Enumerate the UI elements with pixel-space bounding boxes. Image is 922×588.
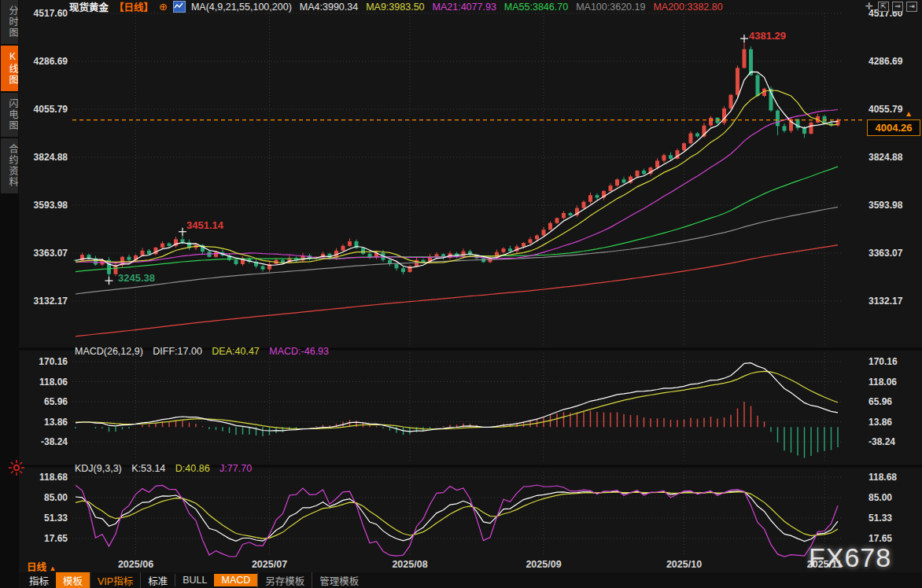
shift-right-icon[interactable]: ⇒ — [892, 2, 903, 12]
ma-legend: MA(4,9,21,55,100,200)MA4:3990.34MA9:3983… — [191, 2, 723, 13]
sidebar: 分时图K线图闪电图合约资料 — [0, 0, 19, 588]
bottom-tabbar: 指标模板VIP指标标准BULLMACD另存模板管理模板 — [19, 572, 922, 588]
chart-header: 现货黄金 【日线】 ⊕ MA(4,9,21,55,100,200)MA4:399… — [69, 0, 723, 13]
date-label: 2025/06 — [118, 559, 153, 570]
tab-bull[interactable]: BULL — [175, 574, 214, 586]
fit-chart-icon[interactable]: ⇱ — [878, 2, 889, 12]
kdj-k-value: K:53.14 — [131, 463, 165, 474]
mini-chart-icon[interactable] — [173, 1, 186, 13]
last-price-tag: 4004.26 — [867, 119, 920, 136]
kdj-d-value: D:40.86 — [175, 463, 210, 474]
macd-bar-value: MACD:-46.93 — [269, 346, 329, 357]
kdj-legend: KDJ(9,3,3) K:53.14 D:40.86 J:77.70 — [75, 463, 259, 474]
chevron-up-icon: ▲ — [50, 564, 57, 572]
macd-legend: MACD(26,12,9) DIFF:17.00 DEA:40.47 MACD:… — [75, 346, 336, 357]
may-low-annotation: 3245.38 — [118, 272, 155, 284]
macd-dea-value: DEA:40.47 — [212, 346, 259, 357]
ma-legend-item: MA200:3382.80 — [653, 2, 722, 13]
chart-canvas[interactable] — [0, 0, 922, 588]
date-label: 2025/10 — [666, 559, 702, 570]
kdj-name: KDJ(9,3,3) — [75, 463, 122, 474]
symbol-name: 现货黄金 — [69, 0, 109, 14]
hot-indicator-icon — [8, 459, 25, 476]
macd-name: MACD(26,12,9) — [75, 346, 143, 357]
trading-app: 分时图K线图闪电图合约资料 现货黄金 【日线】 ⊕ MA(4,9,21,55,1… — [0, 0, 922, 588]
sidebar-item-tab[interactable]: 闪电图 — [1, 93, 18, 137]
ma-legend-item: MA9:3983.50 — [366, 2, 424, 13]
tab-muted[interactable]: 管理模板 — [312, 572, 366, 588]
ma-legend-item: MA(4,9,21,55,100,200) — [191, 2, 292, 13]
kdj-j-value: J:77.70 — [219, 463, 252, 474]
sidebar-item-tab[interactable]: 分时图 — [1, 0, 18, 44]
add-indicator-icon[interactable]: ⊕ — [159, 2, 168, 12]
chart-toolbar: ✛ ⇱ ⇒ ⇥ — [864, 2, 917, 12]
ma-legend-item: MA55:3846.70 — [504, 2, 568, 13]
macd-diff-value: DIFF:17.00 — [153, 346, 202, 357]
tab-plain[interactable]: 指标 — [22, 572, 56, 588]
period-badge: 【日线】 — [114, 0, 153, 14]
june-high-annotation: 3451.14 — [186, 219, 223, 231]
price-arrow-icon: ▲ — [905, 109, 913, 118]
tab-active[interactable]: 模板 — [56, 572, 90, 588]
sidebar-item-active[interactable]: K线图 — [1, 46, 18, 91]
peak-high-annotation: 4381.29 — [749, 30, 786, 42]
date-label: 2025/08 — [392, 559, 427, 570]
pan-icon[interactable]: ✛ — [864, 2, 875, 12]
date-label: 2025/09 — [526, 559, 561, 570]
tab-active[interactable]: MACD — [214, 574, 257, 586]
ma-legend-item: MA100:3620.19 — [576, 2, 645, 13]
ma-legend-item: MA4:3990.34 — [300, 2, 358, 13]
tab-vip[interactable]: VIP指标 — [90, 572, 140, 588]
ma-legend-item: MA21:4077.93 — [433, 2, 496, 13]
goto-latest-icon[interactable]: ⇥ — [906, 2, 917, 12]
tab-plain[interactable]: 标准 — [140, 572, 175, 588]
tab-muted[interactable]: 另存模板 — [257, 572, 312, 588]
fx678-watermark: FX678 — [809, 542, 891, 573]
sidebar-item-tab[interactable]: 合约资料 — [1, 138, 18, 193]
date-label: 2025/07 — [252, 559, 287, 570]
